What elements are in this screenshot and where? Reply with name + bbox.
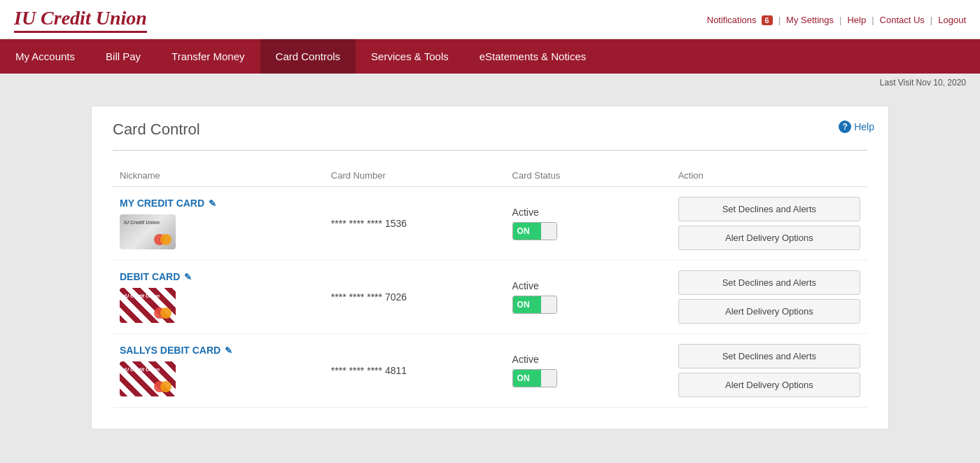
notifications-badge: 6 [762, 15, 773, 25]
alert-delivery-btn-my-credit-card[interactable]: Alert Delivery Options [678, 226, 860, 250]
cell-number-my-credit-card: **** **** **** 1536 [324, 187, 505, 261]
toggle-on-debit-card: ON [513, 296, 541, 313]
last-visit: Last Visit Nov 10, 2020 [0, 74, 980, 92]
cell-status-my-credit-card: Active ON [505, 187, 671, 261]
notifications-link[interactable]: Notifications [707, 15, 757, 25]
table-row: SALLYS DEBIT CARD ✎ IU Credit Union ****… [113, 334, 867, 408]
card-bank-label-sallys-debit-card: IU Credit Union [124, 367, 160, 372]
alert-delivery-btn-sallys-debit-card[interactable]: Alert Delivery Options [678, 373, 860, 397]
nav-services-tools[interactable]: Services & Tools [356, 39, 464, 74]
cell-action-sallys-debit-card: Set Declines and Alerts Alert Delivery O… [671, 334, 867, 408]
card-name-my-credit-card: MY CREDIT CARD ✎ [120, 198, 317, 209]
edit-icon-sallys-debit-card[interactable]: ✎ [225, 345, 232, 356]
mc-circle-yellow-debit-card [160, 307, 172, 319]
toggle-off-part-debit-card [541, 296, 556, 313]
panel-title: Card Control [113, 120, 867, 139]
cell-action-my-credit-card: Set Declines and Alerts Alert Delivery O… [671, 187, 867, 261]
col-nickname: Nickname [113, 165, 324, 187]
top-bar: IU Credit Union Notifications 6 | My Set… [0, 0, 980, 39]
toggle-switch-sallys-debit-card[interactable]: ON [512, 369, 557, 387]
nav-bill-pay[interactable]: Bill Pay [90, 39, 156, 74]
card-control-panel: ? Help Card Control Nickname Card Number… [91, 106, 889, 429]
card-name-text-debit-card: DEBIT CARD [120, 271, 180, 282]
status-container-my-credit-card: Active ON [512, 207, 664, 240]
set-declines-btn-sallys-debit-card[interactable]: Set Declines and Alerts [678, 344, 860, 368]
toggle-switch-my-credit-card[interactable]: ON [512, 222, 557, 240]
edit-icon-debit-card[interactable]: ✎ [184, 272, 192, 282]
table-row: MY CREDIT CARD ✎ IU Credit Union **** **… [113, 187, 867, 261]
action-buttons-sallys-debit-card: Set Declines and Alerts Alert Delivery O… [678, 344, 860, 397]
cell-number-debit-card: **** **** **** 7026 [324, 261, 505, 334]
panel-divider [113, 150, 867, 151]
logo: IU Credit Union [14, 7, 147, 33]
cell-nickname-debit-card: DEBIT CARD ✎ IU Credit Union [113, 261, 324, 334]
card-name-text-my-credit-card: MY CREDIT CARD [120, 198, 204, 209]
col-action: Action [671, 165, 867, 187]
mastercard-logo-my-credit-card [154, 234, 172, 245]
card-number-text-debit-card: **** **** **** 7026 [331, 291, 407, 303]
cell-number-sallys-debit-card: **** **** **** 4811 [324, 334, 505, 408]
card-number-text-sallys-debit-card: **** **** **** 4811 [331, 365, 407, 376]
status-container-sallys-debit-card: Active ON [512, 354, 664, 387]
sep4: | [930, 15, 932, 25]
status-label-sallys-debit-card: Active [512, 354, 664, 365]
cell-status-sallys-debit-card: Active ON [505, 334, 671, 408]
sep1: | [778, 15, 780, 25]
card-name-text-sallys-debit-card: SALLYS DEBIT CARD [120, 345, 220, 356]
set-declines-btn-debit-card[interactable]: Set Declines and Alerts [678, 270, 860, 295]
card-table: Nickname Card Number Card Status Action … [113, 165, 867, 408]
cell-action-debit-card: Set Declines and Alerts Alert Delivery O… [671, 261, 867, 334]
action-buttons-my-credit-card: Set Declines and Alerts Alert Delivery O… [678, 197, 860, 250]
cell-status-debit-card: Active ON [505, 261, 671, 334]
card-image-my-credit-card: IU Credit Union [120, 214, 176, 249]
cell-nickname-my-credit-card: MY CREDIT CARD ✎ IU Credit Union [113, 187, 324, 261]
mastercard-logo-debit-card [154, 307, 172, 319]
status-label-debit-card: Active [512, 280, 664, 291]
card-bank-label-my-credit-card: IU Credit Union [124, 220, 160, 225]
edit-icon-my-credit-card[interactable]: ✎ [209, 198, 216, 209]
toggle-on-my-credit-card: ON [513, 223, 541, 240]
nav-transfer-money[interactable]: Transfer Money [156, 39, 260, 74]
top-nav: Notifications 6 | My Settings | Help | C… [707, 15, 966, 25]
card-name-debit-card: DEBIT CARD ✎ [120, 271, 317, 282]
col-card-number: Card Number [324, 165, 505, 187]
mc-circle-yellow-my-credit-card [160, 234, 172, 245]
main-content: ? Help Card Control Nickname Card Number… [0, 92, 980, 443]
sep2: | [839, 15, 841, 25]
help-label: Help [854, 121, 874, 132]
help-icon: ? [839, 120, 851, 133]
logout-link[interactable]: Logout [938, 15, 966, 25]
card-image-debit-card: IU Credit Union [120, 288, 176, 323]
nav-estatements[interactable]: eStatements & Notices [464, 39, 602, 74]
set-declines-btn-my-credit-card[interactable]: Set Declines and Alerts [678, 197, 860, 221]
card-number-text-my-credit-card: **** **** **** 1536 [331, 218, 407, 229]
toggle-off-part-my-credit-card [541, 223, 556, 240]
mc-circle-yellow-sallys-debit-card [160, 381, 172, 392]
main-nav: My Accounts Bill Pay Transfer Money Card… [0, 39, 980, 74]
status-label-my-credit-card: Active [512, 207, 664, 218]
card-image-sallys-debit-card: IU Credit Union [120, 361, 176, 396]
col-card-status: Card Status [505, 165, 671, 187]
table-header-row: Nickname Card Number Card Status Action [113, 165, 867, 187]
sep3: | [872, 15, 874, 25]
help-link-top[interactable]: Help [847, 15, 866, 25]
card-bank-label-debit-card: IU Credit Union [124, 293, 160, 298]
nav-card-controls[interactable]: Card Controls [260, 39, 356, 74]
action-buttons-debit-card: Set Declines and Alerts Alert Delivery O… [678, 270, 860, 324]
cell-nickname-sallys-debit-card: SALLYS DEBIT CARD ✎ IU Credit Union [113, 334, 324, 408]
alert-delivery-btn-debit-card[interactable]: Alert Delivery Options [678, 299, 860, 324]
toggle-on-sallys-debit-card: ON [513, 370, 541, 387]
mastercard-logo-sallys-debit-card [154, 381, 172, 392]
toggle-switch-debit-card[interactable]: ON [512, 296, 557, 314]
card-name-sallys-debit-card: SALLYS DEBIT CARD ✎ [120, 345, 317, 356]
my-settings-link[interactable]: My Settings [786, 15, 834, 25]
table-row: DEBIT CARD ✎ IU Credit Union **** **** *… [113, 261, 867, 334]
contact-us-link[interactable]: Contact Us [880, 15, 925, 25]
nav-my-accounts[interactable]: My Accounts [0, 39, 90, 74]
help-link-panel[interactable]: ? Help [839, 120, 874, 133]
toggle-off-part-sallys-debit-card [541, 370, 556, 387]
status-container-debit-card: Active ON [512, 280, 664, 314]
